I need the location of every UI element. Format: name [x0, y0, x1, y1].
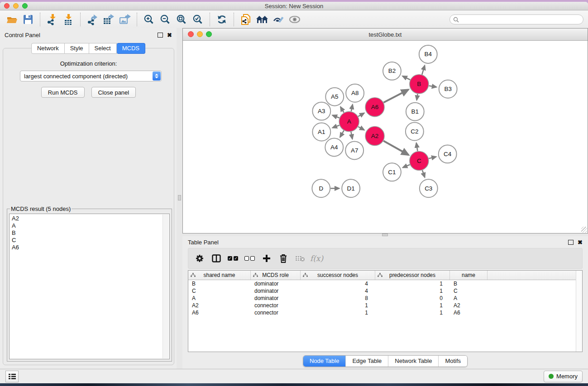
zoom-in-icon[interactable]	[141, 12, 157, 27]
search-input[interactable]	[449, 14, 583, 24]
zoom-fit-icon[interactable]	[173, 12, 190, 27]
open-file-icon[interactable]	[4, 12, 20, 27]
graph-edge-B-B1[interactable]	[417, 94, 418, 100]
mcds-result-item[interactable]: C	[12, 237, 169, 244]
table-row[interactable]: Cdominator41C	[188, 287, 582, 295]
select-all-rows-icon[interactable]: ✓✓	[225, 256, 241, 261]
eye-icon[interactable]	[287, 12, 303, 27]
mcds-result-item[interactable]: A6	[12, 244, 169, 251]
task-history-button[interactable]	[5, 371, 19, 382]
close-network-icon[interactable]	[188, 31, 194, 37]
graph-node-D[interactable]: D	[312, 179, 330, 197]
run-mcds-button[interactable]: Run MCDS	[41, 87, 85, 98]
mcds-result-item[interactable]: B	[12, 229, 169, 237]
table-settings-gear-icon[interactable]	[191, 254, 208, 263]
graph-node-C2[interactable]: C2	[406, 123, 424, 141]
network-window-titlebar[interactable]: testGlobe.txt	[183, 29, 588, 41]
graph-edge-A-A7[interactable]	[351, 132, 352, 139]
window-resize-grip[interactable]	[581, 227, 587, 233]
import-table-icon[interactable]	[60, 12, 76, 27]
graph-node-A[interactable]: A	[339, 112, 359, 132]
deselect-all-rows-icon[interactable]	[241, 256, 258, 261]
graph-edge-A-A4[interactable]	[340, 130, 344, 137]
delete-column-trash-icon[interactable]	[275, 253, 292, 263]
graph-edge-A-A5[interactable]	[340, 107, 344, 113]
graph-node-C[interactable]: C	[410, 151, 429, 170]
graph-edge-C-C2[interactable]	[416, 143, 418, 151]
table-row[interactable]: A2connector11A2	[188, 302, 582, 309]
home-icon[interactable]	[254, 12, 270, 27]
graph-edge-B-B2[interactable]	[402, 76, 410, 80]
zoom-out-icon[interactable]	[157, 12, 173, 27]
table-row[interactable]: Bdominator41B	[188, 280, 582, 287]
graph-edge-C-C3[interactable]	[422, 170, 425, 177]
graph-node-C3[interactable]: C3	[420, 179, 438, 197]
show-hide-annotations-icon[interactable]	[270, 12, 287, 27]
main-titlebar[interactable]: Session: New Session	[0, 2, 588, 10]
table-row[interactable]: A6connector11A6	[188, 309, 582, 316]
graph-node-A3[interactable]: A3	[312, 102, 330, 120]
minimize-network-icon[interactable]	[197, 31, 203, 37]
maximize-window-icon[interactable]	[22, 3, 28, 9]
tab-mcds[interactable]: MCDS	[117, 43, 145, 54]
graph-node-A8[interactable]: A8	[346, 84, 364, 102]
graph-node-A6[interactable]: A6	[365, 98, 384, 117]
graph-node-B1[interactable]: B1	[406, 103, 424, 121]
import-network-icon[interactable]	[44, 12, 60, 27]
graph-node-D1[interactable]: D1	[342, 179, 360, 197]
export-image-icon[interactable]	[117, 12, 133, 27]
column-header-predecessor-nodes[interactable]: predecessor nodes	[375, 271, 450, 280]
minimize-window-icon[interactable]	[13, 3, 19, 9]
graph-node-A7[interactable]: A7	[345, 141, 363, 159]
graph-edge-A6-B[interactable]	[384, 90, 408, 102]
table-scrollbar[interactable]	[576, 271, 582, 352]
graph-node-A5[interactable]: A5	[325, 88, 344, 106]
tab-style[interactable]: Style	[65, 43, 89, 54]
refresh-icon[interactable]	[214, 12, 230, 27]
network-canvas[interactable]: AA1A2A3A4A5A6A7A8BB1B2B3B4CC1C2C3C4DD1	[183, 41, 588, 233]
tab-node-table[interactable]: Node Table	[303, 356, 346, 367]
result-scrollbar[interactable]	[163, 214, 169, 358]
column-header-MCDS-role[interactable]: MCDS role	[251, 271, 301, 280]
add-column-icon[interactable]	[258, 254, 275, 262]
close-panel-icon[interactable]: ✖	[578, 239, 583, 245]
export-table-icon[interactable]	[100, 12, 117, 27]
close-panel-button[interactable]: Close panel	[91, 87, 136, 98]
float-panel-icon[interactable]	[158, 33, 163, 38]
graph-edge-A-A2[interactable]	[358, 127, 364, 130]
graph-edge-A2-C[interactable]	[383, 141, 408, 155]
save-session-icon[interactable]	[20, 12, 36, 27]
graph-edge-B-B4[interactable]	[422, 66, 425, 75]
table-row[interactable]: Adominator80A	[188, 295, 582, 302]
graph-edge-C-C4[interactable]	[429, 157, 436, 158]
mcds-result-item[interactable]: A	[12, 222, 169, 229]
tab-motifs[interactable]: Motifs	[438, 356, 467, 367]
graph-edge-A-A3[interactable]	[333, 115, 339, 118]
graph-node-A4[interactable]: A4	[325, 138, 343, 156]
graph-node-C4[interactable]: C4	[439, 145, 457, 163]
column-header-name[interactable]: name	[450, 271, 488, 280]
tab-network-table[interactable]: Network Table	[388, 356, 438, 367]
float-panel-icon[interactable]	[568, 240, 574, 245]
graph-node-B[interactable]: B	[410, 75, 429, 94]
column-header-shared-name[interactable]: shared name	[188, 271, 251, 280]
graph-node-B4[interactable]: B4	[419, 45, 437, 63]
splitter-handle[interactable]	[178, 195, 181, 200]
tab-network[interactable]: Network	[31, 43, 65, 54]
tab-edge-table[interactable]: Edge Table	[345, 356, 388, 367]
vertical-splitter[interactable]	[177, 28, 182, 369]
maximize-network-icon[interactable]	[206, 31, 212, 37]
mcds-result-item[interactable]: A2	[12, 215, 169, 222]
column-header-successor-nodes[interactable]: successor nodes	[301, 271, 375, 280]
close-panel-icon[interactable]: ✖	[167, 32, 172, 38]
graph-node-B2[interactable]: B2	[383, 62, 401, 80]
close-window-icon[interactable]	[4, 3, 10, 9]
graph-node-A2[interactable]: A2	[365, 127, 384, 146]
graph-edge-A-A8[interactable]	[351, 105, 353, 111]
graph-edge-C-C1[interactable]	[403, 165, 410, 168]
tab-select[interactable]: Select	[89, 43, 117, 54]
graph-edge-A-A1[interactable]	[333, 125, 339, 128]
graph-node-C1[interactable]: C1	[383, 163, 401, 181]
graph-node-B3[interactable]: B3	[439, 80, 457, 98]
zoom-selected-icon[interactable]	[190, 12, 206, 27]
